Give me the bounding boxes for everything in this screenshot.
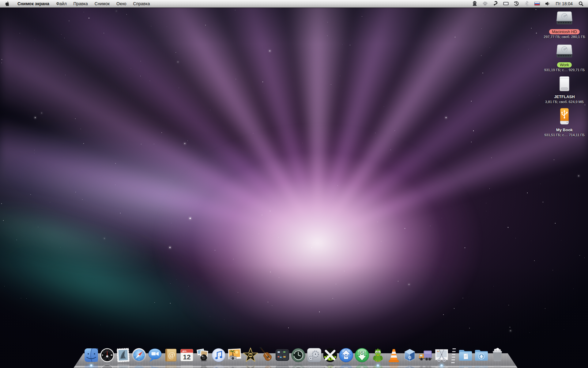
- trash-icon: [489, 347, 505, 363]
- dock-item-grab[interactable]: [434, 347, 450, 363]
- dock-item-time-machine[interactable]: [290, 347, 306, 363]
- desktop-icon-my-book[interactable]: My Book931,51 ГБ; с.... 714,11 ГБ: [539, 107, 588, 137]
- menu-extra-displays[interactable]: [501, 0, 511, 7]
- photo-booth-icon: [195, 347, 211, 363]
- volume-free-space: 931,19 ГБ; с.... 929,71 ГБ: [539, 68, 588, 72]
- dock-item-trash[interactable]: [489, 347, 505, 363]
- svg-text:12: 12: [183, 353, 190, 361]
- running-indicator: [377, 364, 379, 367]
- menu-window[interactable]: Окно: [113, 0, 130, 7]
- clamp-cube-icon: G: [402, 347, 418, 363]
- bluetooth-icon: [524, 1, 530, 7]
- menu-extra-time-machine[interactable]: [511, 0, 522, 7]
- svg-text:дек.: дек.: [182, 350, 187, 352]
- apple-menu[interactable]: [0, 0, 14, 7]
- desktop-icon-macintosh-hd[interactable]: Macintosh HD297,77 ГБ; своб. 280,1 ГБ: [539, 9, 588, 39]
- dock-item-ical[interactable]: дек.12: [179, 347, 195, 363]
- address-book-icon: @: [163, 347, 179, 363]
- itunes-icon: [211, 347, 227, 363]
- dock-item-adium[interactable]: [370, 347, 386, 363]
- menu-extra-app-character[interactable]: [469, 0, 480, 7]
- app-menu-title[interactable]: Снимок экрана: [14, 0, 53, 7]
- dock-item-clamp-cube[interactable]: GG: [402, 347, 418, 363]
- menu-help[interactable]: Справка: [130, 0, 153, 7]
- xtorrent-icon: [322, 347, 338, 363]
- transmit-icon: [418, 347, 434, 363]
- volume-label: Work: [539, 62, 588, 67]
- input-language-ru-icon: [534, 1, 540, 7]
- dock-item-downloads-folder[interactable]: [473, 347, 489, 363]
- displays-icon: [503, 1, 509, 7]
- desktop-icon-work[interactable]: Work931,19 ГБ; с.... 929,71 ГБ: [539, 42, 588, 72]
- dock-item-garageband[interactable]: [258, 347, 274, 363]
- dock-item-address-book[interactable]: @@: [163, 347, 179, 363]
- dock-item-transmit[interactable]: [418, 347, 434, 363]
- volume-free-space: 297,77 ГБ; своб. 280,1 ГБ: [539, 35, 588, 39]
- running-indicator: [440, 364, 443, 367]
- documents-folder-icon: [458, 347, 473, 363]
- volume-label: Macintosh HD: [539, 29, 588, 34]
- grab-icon: [434, 347, 450, 363]
- removable-drive-icon: [539, 75, 588, 93]
- dock-separator: [450, 347, 458, 363]
- time-machine-icon: [513, 1, 519, 7]
- usb-drive-icon: [539, 107, 588, 126]
- magnifier-glyph: [578, 1, 584, 6]
- dock-item-imovie[interactable]: [243, 347, 258, 363]
- dock-item-system-preferences[interactable]: [306, 347, 322, 363]
- volume-icon: [545, 1, 551, 7]
- menu-extra-volume[interactable]: [542, 0, 553, 7]
- volume-free-space: 931,51 ГБ; с.... 714,11 ГБ: [539, 133, 588, 137]
- menu-edit[interactable]: Правка: [70, 0, 91, 7]
- dock-item-photo-booth[interactable]: [195, 347, 211, 363]
- desktop-icon-jetflash[interactable]: JETFLASH3,81 ГБ; своб. 624,9 МБ: [539, 75, 588, 104]
- garageband-icon: [258, 347, 274, 363]
- ichat-icon: [147, 347, 163, 363]
- apple-icon: [5, 1, 10, 6]
- menu-capture[interactable]: Снимок: [91, 0, 113, 7]
- growl-paw-icon: [482, 1, 488, 7]
- dock-item-vlc[interactable]: [386, 347, 402, 363]
- dock-item-documents-folder[interactable]: [458, 347, 473, 363]
- menu-bar-clock[interactable]: Пт 18:04: [553, 0, 576, 7]
- mail-icon: [115, 347, 131, 363]
- dock-item-itunes[interactable]: [211, 347, 227, 363]
- downloads-folder-icon: [473, 347, 489, 363]
- svg-text:@: @: [168, 351, 175, 359]
- finder-icon: [83, 347, 99, 363]
- menu-extra-growl-paw[interactable]: [480, 0, 490, 7]
- internal-drive-icon: [539, 9, 588, 28]
- dock-item-mail[interactable]: [115, 347, 131, 363]
- running-indicator: [90, 364, 93, 367]
- menu-file[interactable]: Файл: [53, 0, 70, 7]
- menu-extra-bluetooth[interactable]: [522, 0, 532, 7]
- iphoto-icon: [227, 347, 243, 363]
- dock-item-finder[interactable]: [83, 347, 99, 363]
- system-preferences-icon: [306, 347, 322, 363]
- safari-icon: [131, 347, 147, 363]
- volume-free-space: 3,81 ГБ; своб. 624,9 МБ: [539, 100, 588, 104]
- spaces-icon: [274, 347, 290, 363]
- menu-extra-hook[interactable]: [490, 0, 501, 7]
- time-machine-icon: [290, 347, 306, 363]
- dock-item-dashboard[interactable]: [99, 347, 115, 363]
- adium-icon: [370, 347, 386, 363]
- dock-item-spaces[interactable]: [274, 347, 290, 363]
- dock: @@дек.12GGGGGG: [0, 340, 588, 368]
- hook-icon: [492, 1, 499, 7]
- upload-manager-icon: G: [338, 347, 354, 363]
- dock-item-download-manager[interactable]: GG: [354, 347, 370, 363]
- ical-icon: дек.12: [179, 347, 195, 363]
- svg-text:G: G: [360, 351, 364, 356]
- dock-item-safari[interactable]: [131, 347, 147, 363]
- dock-item-ichat[interactable]: [147, 347, 163, 363]
- dock-item-upload-manager[interactable]: GG: [338, 347, 354, 363]
- menu-extra-input-language-ru[interactable]: [532, 0, 542, 7]
- download-manager-icon: G: [354, 347, 370, 363]
- internal-drive-icon: [539, 42, 588, 61]
- spotlight-icon[interactable]: [576, 0, 588, 7]
- vlc-icon: [386, 347, 402, 363]
- desktop-wallpaper: [0, 0, 588, 368]
- dock-item-iphoto[interactable]: [227, 347, 243, 363]
- dock-item-xtorrent[interactable]: [322, 347, 338, 363]
